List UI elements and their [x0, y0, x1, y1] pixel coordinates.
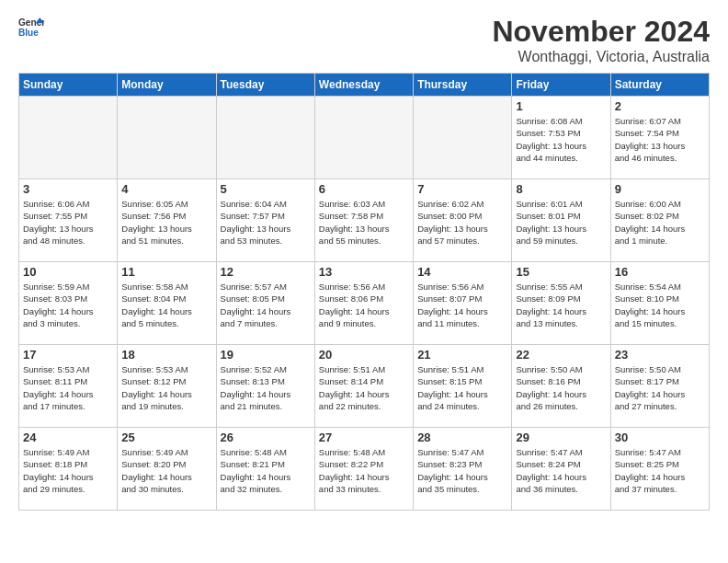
calendar-cell: 5Sunrise: 6:04 AM Sunset: 7:57 PM Daylig…: [216, 179, 314, 262]
weekday-header: Tuesday: [216, 74, 314, 97]
calendar-cell: [314, 97, 413, 179]
calendar-cell: 12Sunrise: 5:57 AM Sunset: 8:05 PM Dayli…: [216, 262, 314, 345]
day-info: Sunrise: 5:50 AM Sunset: 8:17 PM Dayligh…: [615, 363, 705, 412]
calendar-cell: 11Sunrise: 5:58 AM Sunset: 8:04 PM Dayli…: [118, 262, 216, 345]
day-info: Sunrise: 5:53 AM Sunset: 8:11 PM Dayligh…: [23, 363, 113, 412]
day-number: 3: [23, 182, 113, 196]
day-number: 25: [121, 431, 211, 444]
day-info: Sunrise: 5:56 AM Sunset: 8:06 PM Dayligh…: [319, 281, 409, 329]
calendar-cell: 22Sunrise: 5:50 AM Sunset: 8:16 PM Dayli…: [512, 345, 610, 428]
day-number: 30: [615, 431, 705, 444]
day-info: Sunrise: 6:06 AM Sunset: 7:55 PM Dayligh…: [23, 198, 113, 247]
day-number: 12: [221, 265, 311, 279]
day-number: 16: [615, 265, 705, 279]
day-number: 21: [417, 348, 507, 362]
calendar-cell: 16Sunrise: 5:54 AM Sunset: 8:10 PM Dayli…: [610, 262, 709, 345]
day-number: 22: [516, 348, 606, 362]
calendar-cell: 3Sunrise: 6:06 AM Sunset: 7:55 PM Daylig…: [19, 179, 118, 262]
calendar-cell: 23Sunrise: 5:50 AM Sunset: 8:17 PM Dayli…: [610, 345, 709, 428]
day-number: 2: [615, 99, 705, 113]
calendar-table: SundayMondayTuesdayWednesdayThursdayFrid…: [18, 73, 710, 511]
weekday-header: Monday: [118, 74, 216, 97]
day-info: Sunrise: 6:04 AM Sunset: 7:57 PM Dayligh…: [221, 198, 311, 247]
calendar-cell: [118, 97, 216, 179]
day-info: Sunrise: 5:48 AM Sunset: 8:22 PM Dayligh…: [319, 446, 409, 495]
calendar-cell: 19Sunrise: 5:52 AM Sunset: 8:13 PM Dayli…: [216, 345, 314, 428]
calendar-cell: 28Sunrise: 5:47 AM Sunset: 8:23 PM Dayli…: [414, 428, 512, 511]
day-info: Sunrise: 5:56 AM Sunset: 8:07 PM Dayligh…: [417, 281, 507, 329]
day-info: Sunrise: 6:05 AM Sunset: 7:56 PM Dayligh…: [121, 198, 211, 247]
calendar-cell: 1Sunrise: 6:08 AM Sunset: 7:53 PM Daylig…: [512, 97, 610, 179]
calendar-cell: 18Sunrise: 5:53 AM Sunset: 8:12 PM Dayli…: [118, 345, 216, 428]
day-info: Sunrise: 6:07 AM Sunset: 7:54 PM Dayligh…: [615, 115, 705, 164]
calendar-week-row: 3Sunrise: 6:06 AM Sunset: 7:55 PM Daylig…: [19, 179, 710, 262]
svg-text:Blue: Blue: [18, 28, 39, 38]
day-info: Sunrise: 5:49 AM Sunset: 8:20 PM Dayligh…: [121, 446, 211, 495]
day-number: 14: [417, 265, 507, 279]
day-number: 9: [615, 182, 705, 196]
calendar-week-row: 17Sunrise: 5:53 AM Sunset: 8:11 PM Dayli…: [19, 345, 710, 428]
day-number: 5: [221, 182, 311, 196]
calendar-cell: 30Sunrise: 5:47 AM Sunset: 8:25 PM Dayli…: [610, 428, 709, 511]
calendar-cell: 6Sunrise: 6:03 AM Sunset: 7:58 PM Daylig…: [314, 179, 413, 262]
day-info: Sunrise: 5:51 AM Sunset: 8:15 PM Dayligh…: [417, 363, 507, 412]
day-number: 17: [23, 348, 113, 362]
day-info: Sunrise: 5:55 AM Sunset: 8:09 PM Dayligh…: [516, 281, 606, 329]
day-info: Sunrise: 6:01 AM Sunset: 8:01 PM Dayligh…: [516, 198, 606, 247]
day-number: 19: [221, 348, 311, 362]
calendar-cell: 27Sunrise: 5:48 AM Sunset: 8:22 PM Dayli…: [314, 428, 413, 511]
month-title: November 2024: [492, 15, 710, 49]
day-number: 8: [516, 182, 606, 196]
calendar-cell: 17Sunrise: 5:53 AM Sunset: 8:11 PM Dayli…: [19, 345, 118, 428]
day-number: 6: [319, 182, 409, 196]
weekday-header: Sunday: [19, 74, 118, 97]
calendar-cell: 14Sunrise: 5:56 AM Sunset: 8:07 PM Dayli…: [414, 262, 512, 345]
calendar-week-row: 10Sunrise: 5:59 AM Sunset: 8:03 PM Dayli…: [19, 262, 710, 345]
logo: General Blue: [18, 15, 46, 40]
day-number: 20: [319, 348, 409, 362]
day-info: Sunrise: 6:02 AM Sunset: 8:00 PM Dayligh…: [417, 198, 507, 247]
calendar-cell: 21Sunrise: 5:51 AM Sunset: 8:15 PM Dayli…: [414, 345, 512, 428]
calendar-cell: 24Sunrise: 5:49 AM Sunset: 8:18 PM Dayli…: [19, 428, 118, 511]
day-info: Sunrise: 6:03 AM Sunset: 7:58 PM Dayligh…: [319, 198, 409, 247]
day-number: 7: [417, 182, 507, 196]
title-area: November 2024 Wonthaggi, Victoria, Austr…: [492, 15, 710, 65]
weekday-header: Thursday: [414, 74, 512, 97]
day-number: 15: [516, 265, 606, 279]
day-info: Sunrise: 5:59 AM Sunset: 8:03 PM Dayligh…: [23, 281, 113, 329]
day-number: 29: [516, 431, 606, 444]
calendar-cell: 8Sunrise: 6:01 AM Sunset: 8:01 PM Daylig…: [512, 179, 610, 262]
weekday-header: Friday: [512, 74, 610, 97]
calendar-cell: 2Sunrise: 6:07 AM Sunset: 7:54 PM Daylig…: [610, 97, 709, 179]
day-info: Sunrise: 5:52 AM Sunset: 8:13 PM Dayligh…: [221, 363, 311, 412]
day-info: Sunrise: 6:08 AM Sunset: 7:53 PM Dayligh…: [516, 115, 606, 164]
day-number: 10: [23, 265, 113, 279]
day-info: Sunrise: 6:00 AM Sunset: 8:02 PM Dayligh…: [615, 198, 705, 247]
calendar-week-row: 24Sunrise: 5:49 AM Sunset: 8:18 PM Dayli…: [19, 428, 710, 511]
day-number: 4: [121, 182, 211, 196]
calendar-cell: 15Sunrise: 5:55 AM Sunset: 8:09 PM Dayli…: [512, 262, 610, 345]
day-number: 26: [221, 431, 311, 444]
calendar-cell: [414, 97, 512, 179]
day-info: Sunrise: 5:48 AM Sunset: 8:21 PM Dayligh…: [221, 446, 311, 495]
calendar-cell: 13Sunrise: 5:56 AM Sunset: 8:06 PM Dayli…: [314, 262, 413, 345]
day-number: 24: [23, 431, 113, 444]
day-number: 18: [121, 348, 211, 362]
day-info: Sunrise: 5:50 AM Sunset: 8:16 PM Dayligh…: [516, 363, 606, 412]
calendar-cell: 7Sunrise: 6:02 AM Sunset: 8:00 PM Daylig…: [414, 179, 512, 262]
location-title: Wonthaggi, Victoria, Australia: [492, 49, 710, 65]
day-number: 13: [319, 265, 409, 279]
day-info: Sunrise: 5:54 AM Sunset: 8:10 PM Dayligh…: [615, 281, 705, 329]
logo-icon: General Blue: [18, 15, 44, 40]
day-info: Sunrise: 5:53 AM Sunset: 8:12 PM Dayligh…: [121, 363, 211, 412]
day-info: Sunrise: 5:47 AM Sunset: 8:23 PM Dayligh…: [417, 446, 507, 495]
day-info: Sunrise: 5:49 AM Sunset: 8:18 PM Dayligh…: [23, 446, 113, 495]
day-number: 23: [615, 348, 705, 362]
weekday-header: Wednesday: [314, 74, 413, 97]
calendar-cell: 4Sunrise: 6:05 AM Sunset: 7:56 PM Daylig…: [118, 179, 216, 262]
day-number: 11: [121, 265, 211, 279]
day-info: Sunrise: 5:47 AM Sunset: 8:25 PM Dayligh…: [615, 446, 705, 495]
day-number: 1: [516, 99, 606, 113]
calendar-cell: 9Sunrise: 6:00 AM Sunset: 8:02 PM Daylig…: [610, 179, 709, 262]
day-info: Sunrise: 5:51 AM Sunset: 8:14 PM Dayligh…: [319, 363, 409, 412]
